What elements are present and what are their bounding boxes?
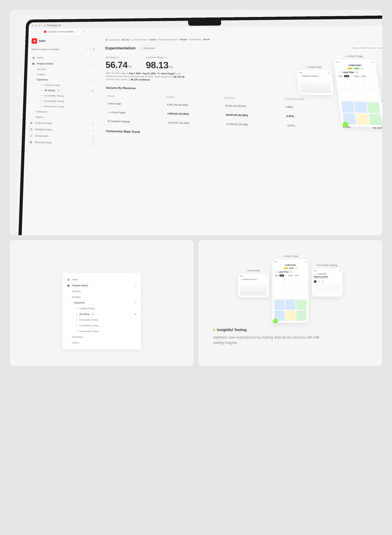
close-icon[interactable]: × (36, 31, 37, 33)
gear-icon[interactable]: ⚙ (134, 313, 136, 315)
nav-label: Reports (36, 116, 43, 118)
sidebar-item-accessibility[interactable]: Accessibility Testing (76, 317, 137, 323)
bc-label: / Normalizing Metric: (157, 38, 178, 41)
th[interactable]: Variant (106, 93, 165, 100)
sidebar-item-analytics[interactable]: Analytics (71, 294, 137, 300)
sidebar-item-performance[interactable]: Performance Testing (76, 328, 137, 334)
feature-cards-row: ▦ Home ▣ Projects Actions ▴ Overview Ana… (10, 240, 382, 366)
divider: | (90, 47, 91, 51)
th[interactable]: Confidence (367, 97, 382, 104)
sidebar-nav: ▦ Home ▣ Projects Actions ▴ Overview Ana… (28, 55, 95, 148)
compass-icon: ◉ (30, 121, 33, 124)
phone-variant-b: 9:41••• ← ✈ N°00239260 Select Location A… (312, 268, 342, 297)
nav-label: Compatibility Testing (44, 100, 64, 102)
laptop-mockup-panel: ▢ RondesignLab × Customer Journey Analyt… (10, 10, 382, 235)
metric-confidence: Confidence (Winner A) 98.13% (145, 56, 173, 70)
chevron-up-icon[interactable]: ▴ (135, 302, 136, 304)
sidebar-item-overview[interactable]: Overview (36, 67, 95, 72)
traffic-close[interactable] (32, 24, 34, 27)
logo[interactable]: ✚ Xalio (32, 38, 95, 44)
sidebar-item-publications[interactable]: Publications (71, 334, 137, 340)
preview-label-a: A-Don't Forget (282, 255, 299, 257)
nav-label: AB-Testing (79, 313, 89, 315)
metric-unit: % (169, 65, 173, 69)
sidebar-item-projects-actions[interactable]: ▣ Projects Actions ▴ (66, 283, 137, 288)
th[interactable]: Lift (337, 96, 368, 103)
components-icon: ◫ (30, 134, 33, 137)
nav-label: Database Views (35, 128, 52, 131)
chevron-down-icon[interactable]: ▾ (93, 130, 94, 132)
traffic-min[interactable] (35, 24, 37, 27)
star-icon[interactable]: ★ (93, 47, 95, 51)
add-icon: + (273, 319, 278, 324)
filter-dropzone[interactable]: Drop a filter here (or any component) (348, 44, 382, 51)
laptop-frame: ▢ RondesignLab × Customer Journey Analyt… (18, 15, 382, 235)
sidebar-item-home[interactable]: ▦ Home (66, 277, 137, 283)
chevron-up-icon[interactable]: ▴ (93, 79, 94, 81)
close-icon[interactable]: × (77, 30, 78, 33)
th[interactable]: People (165, 94, 223, 101)
search-row: ⌕ | ★ (31, 47, 95, 51)
gear-icon[interactable]: ⚙ (92, 90, 94, 92)
th[interactable]: Conversion Rate (283, 96, 337, 103)
signal-icon: ••• (305, 261, 306, 263)
experimentation-header: Experimentation Conclusive Drop a filter… (105, 44, 382, 51)
dot-icon (41, 100, 42, 101)
sidebar-item-abtesting[interactable]: AB-Testing1⚙ (40, 88, 95, 94)
nav-label: Home (72, 278, 78, 281)
lock-icon: ▢ (44, 24, 46, 27)
metric-lift: Lift (Winner A) 56.74% (106, 56, 132, 70)
sidebar-item-experiment[interactable]: —Experiment▴ (71, 300, 137, 306)
laptop-notch (188, 20, 221, 26)
bc-value[interactable]: AB-Test (121, 38, 130, 41)
nav-label: Analytics (37, 73, 46, 76)
nav-label: Advanced Tools (34, 141, 52, 144)
search-icon[interactable]: ⌕ (87, 47, 88, 51)
chevron-down-icon[interactable]: ▾ (93, 143, 94, 145)
search-input[interactable] (31, 48, 85, 51)
dot-icon (76, 308, 77, 309)
sidebar-item-usability[interactable]: Usability Testing (40, 82, 95, 88)
nav-label: Home (37, 56, 43, 59)
sidebar-demo: ▦ Home ▣ Projects Actions ▴ Overview Ana… (63, 273, 141, 349)
sidebar-item-usability[interactable]: Usability Testing (76, 306, 137, 311)
metric-value: 98.13 (146, 60, 169, 70)
signal-icon: ✈ (328, 72, 329, 74)
nav-label: Project Connect (35, 121, 52, 125)
chevron-up-icon[interactable]: ▴ (93, 63, 94, 65)
sidebar-item-home[interactable]: ▦ Home (31, 55, 95, 61)
preview-label-b: B-Complete Shipping (317, 264, 337, 266)
accent-square-icon (213, 329, 215, 331)
nav-label: Accessibility Testing (79, 319, 98, 321)
sidebar-item-abtesting[interactable]: AB-Testing1⚙ (76, 311, 137, 317)
nav-label: Reports (72, 341, 79, 344)
chevron-down-icon[interactable]: ▾ (93, 123, 94, 126)
th[interactable]: Revenue (223, 95, 283, 102)
address-bar[interactable]: ▢ RondesignLab (44, 24, 61, 27)
nav-label: AB-Testing (44, 89, 55, 92)
folder-icon: ▣ (32, 62, 35, 65)
preview-label-control: Control State (247, 269, 260, 272)
dot-icon (141, 47, 142, 49)
chevron-down-icon[interactable]: ▾ (93, 136, 94, 139)
bc-value[interactable]: People (179, 38, 187, 41)
status-chip[interactable]: Conclusive (138, 46, 158, 51)
bc-value[interactable]: Month (203, 38, 210, 41)
app-tab-active[interactable]: Customer Journey Analytics × (41, 28, 81, 35)
new-tab-button[interactable]: + (81, 28, 87, 34)
page-title: Experimentation (105, 46, 135, 50)
traffic-max[interactable] (38, 24, 41, 27)
dot-icon (76, 319, 77, 321)
chevron-up-icon[interactable]: ▴ (135, 284, 136, 287)
sidebar-item-reports[interactable]: Reports (71, 340, 137, 346)
sidebar-item-projects-actions[interactable]: ▣ Projects Actions ▴ (31, 60, 95, 67)
bc-value[interactable]: Control (149, 38, 156, 41)
sidebar-item-compatibility[interactable]: Compatibility Testing (76, 323, 137, 328)
sidebar-item-analytics[interactable]: Analytics (36, 72, 95, 78)
app-tab-inactive[interactable]: × (32, 28, 41, 35)
sidebar-item-overview[interactable]: Overview (71, 288, 137, 294)
nav-label: Overview (72, 290, 81, 293)
nav-label: Performance Testing (79, 330, 99, 332)
dot-icon (41, 106, 42, 107)
sidebar-item-experiment[interactable]: Experiment▴ (36, 77, 95, 83)
